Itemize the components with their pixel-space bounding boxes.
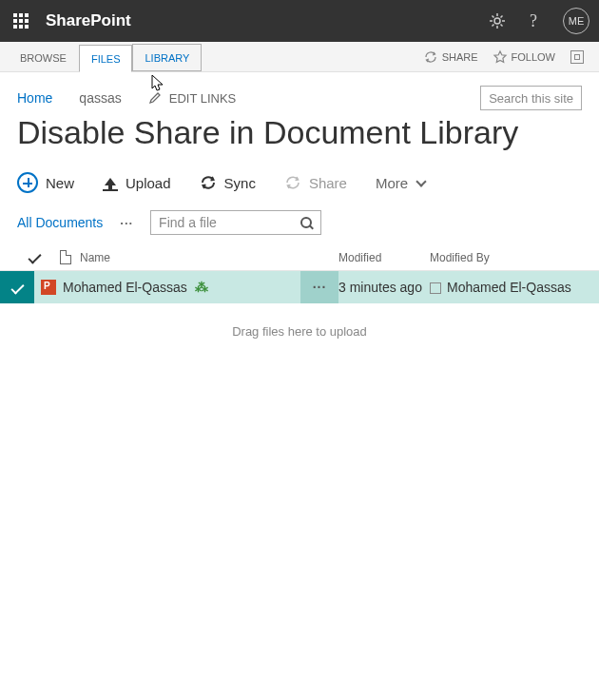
doc-type-icon: [60, 250, 71, 264]
column-modified[interactable]: Modified: [338, 251, 430, 264]
share-button[interactable]: Share: [284, 174, 347, 191]
share-icon: [284, 174, 301, 191]
focus-icon: [570, 50, 584, 64]
share-label: Share: [309, 175, 347, 191]
column-name[interactable]: Name: [80, 251, 300, 264]
list-header: Name Modified Modified By: [0, 244, 599, 271]
sync-button[interactable]: Sync: [200, 174, 256, 191]
app-launcher-icon[interactable]: [13, 13, 29, 29]
find-file-input[interactable]: Find a file: [150, 210, 321, 235]
search-icon: [300, 217, 313, 229]
powerpoint-icon: [41, 280, 56, 295]
svg-point-0: [494, 18, 500, 24]
sync-label: Sync: [224, 175, 256, 191]
pencil-icon: [148, 91, 162, 105]
share-cycle-icon: [424, 50, 437, 64]
tab-files[interactable]: FILES: [79, 45, 133, 72]
sync-icon: [200, 174, 217, 191]
plus-circle-icon: [17, 172, 38, 193]
star-icon: [493, 50, 507, 64]
upload-label: Upload: [126, 175, 171, 191]
nav-home[interactable]: Home: [17, 90, 52, 106]
new-button[interactable]: New: [17, 172, 74, 193]
file-name-text: Mohamed El-Qassas: [63, 280, 187, 295]
row-select-toggle[interactable]: [0, 271, 34, 303]
more-button[interactable]: More: [376, 175, 425, 191]
row-menu-button[interactable]: ···: [300, 271, 338, 303]
page-title: Disable Share in Document Library: [0, 110, 599, 172]
site-search-input[interactable]: Search this site: [480, 86, 582, 110]
suite-app-name: SharePoint: [46, 11, 131, 30]
new-indicator-icon: ⁂: [195, 280, 208, 295]
upload-icon: [103, 174, 118, 191]
ribbon-share-button[interactable]: SHARE: [416, 42, 486, 71]
user-avatar[interactable]: ME: [563, 8, 589, 34]
find-file-placeholder: Find a file: [159, 215, 217, 230]
ribbon-follow-button[interactable]: FOLLOW: [486, 42, 563, 71]
chevron-down-icon: [415, 176, 426, 186]
select-all-toggle[interactable]: [17, 254, 51, 261]
edit-links-button[interactable]: EDIT LINKS: [148, 91, 237, 106]
site-search-placeholder: Search this site: [489, 91, 573, 106]
ellipsis-icon: ···: [313, 280, 327, 295]
drop-hint: Drag files here to upload: [0, 303, 599, 360]
help-icon[interactable]: ?: [527, 11, 542, 30]
more-label: More: [376, 175, 408, 191]
edit-links-label: EDIT LINKS: [169, 91, 237, 106]
svg-text:?: ?: [530, 11, 537, 30]
view-options-button[interactable]: ···: [120, 216, 133, 230]
file-name-link[interactable]: Mohamed El-Qassas ⁂: [63, 280, 300, 295]
focus-content-button[interactable]: [563, 42, 591, 71]
ribbon-follow-label: FOLLOW: [512, 51, 555, 63]
table-row[interactable]: Mohamed El-Qassas ⁂ ··· 3 minutes ago Mo…: [0, 271, 599, 303]
new-label: New: [46, 175, 74, 191]
tab-browse[interactable]: BROWSE: [8, 44, 79, 71]
presence-icon: [430, 282, 441, 294]
modified-by-cell: Mohamed El-Qassas: [430, 280, 582, 295]
column-modified-by[interactable]: Modified By: [430, 251, 582, 264]
nav-site[interactable]: qassas: [79, 90, 121, 106]
current-view[interactable]: All Documents: [17, 215, 103, 230]
gear-icon[interactable]: [489, 12, 506, 29]
column-type[interactable]: [51, 250, 80, 264]
ribbon-share-label: SHARE: [442, 51, 478, 63]
upload-button[interactable]: Upload: [103, 174, 171, 191]
tab-library[interactable]: LIBRARY: [132, 44, 202, 71]
modified-cell: 3 minutes ago: [338, 280, 430, 295]
